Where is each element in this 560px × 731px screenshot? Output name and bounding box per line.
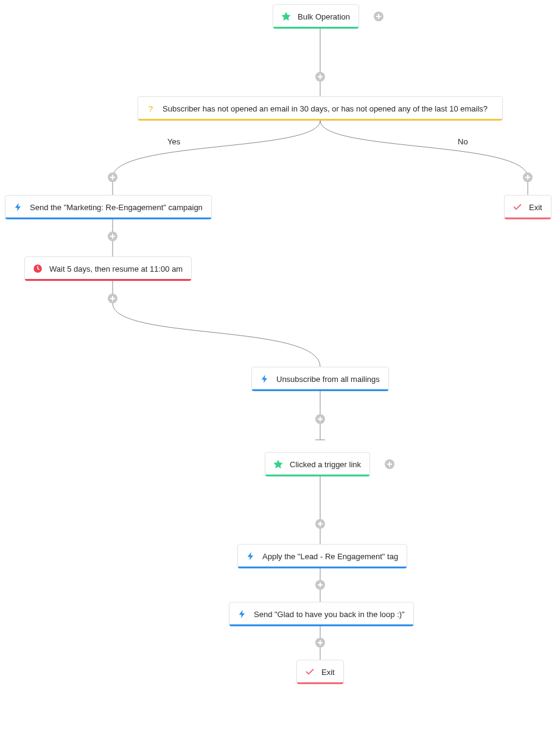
node-label: Exit — [529, 203, 542, 212]
lightning-icon — [259, 373, 270, 384]
node-unsubscribe[interactable]: Unsubscribe from all mailings — [251, 367, 389, 391]
node-label: Subscriber has not opened an email in 30… — [163, 104, 488, 113]
node-label: Send the "Marketing: Re-Engagement" camp… — [30, 203, 203, 212]
branch-label-yes: Yes — [167, 137, 180, 146]
star-icon — [281, 11, 292, 22]
add-step-button[interactable] — [315, 580, 325, 590]
node-label: Wait 5 days, then resume at 11:00 am — [49, 264, 183, 274]
node-label: Clicked a trigger link — [290, 460, 361, 469]
node-label: Unsubscribe from all mailings — [276, 375, 380, 384]
add-step-button[interactable] — [315, 519, 325, 529]
node-label: Send "Glad to have you back in the loop … — [254, 610, 405, 619]
clock-icon — [32, 263, 43, 274]
node-send-reengagement[interactable]: Send the "Marketing: Re-Engagement" camp… — [5, 195, 212, 219]
question-icon: ? — [145, 103, 156, 114]
lightning-icon — [245, 551, 256, 562]
add-step-button[interactable] — [108, 294, 117, 303]
add-step-button[interactable] — [315, 414, 325, 424]
node-exit-final[interactable]: Exit — [296, 660, 344, 684]
add-sibling-button[interactable] — [374, 12, 383, 21]
add-step-button[interactable] — [315, 638, 325, 648]
node-wait[interactable]: Wait 5 days, then resume at 11:00 am — [24, 256, 192, 281]
add-step-button[interactable] — [523, 172, 533, 182]
add-step-button[interactable] — [108, 231, 117, 241]
node-send-glad[interactable]: Send "Glad to have you back in the loop … — [229, 602, 414, 626]
svg-text:?: ? — [149, 104, 153, 113]
add-step-button[interactable] — [315, 72, 325, 82]
check-icon — [512, 202, 523, 213]
lightning-icon — [237, 609, 248, 620]
node-trigger-link[interactable]: Clicked a trigger link — [265, 452, 370, 476]
check-icon — [304, 666, 315, 677]
node-bulk-operation[interactable]: Bulk Operation — [273, 4, 359, 29]
node-apply-tag[interactable]: Apply the "Lead - Re Engagement" tag — [237, 544, 407, 568]
node-label: Exit — [321, 668, 335, 677]
node-label: Apply the "Lead - Re Engagement" tag — [262, 552, 398, 561]
node-condition[interactable]: ? Subscriber has not opened an email in … — [138, 96, 503, 121]
star-icon — [273, 459, 284, 470]
node-exit-no[interactable]: Exit — [504, 195, 551, 219]
add-step-button[interactable] — [108, 172, 117, 182]
node-label: Bulk Operation — [298, 12, 350, 21]
add-sibling-button[interactable] — [385, 459, 394, 469]
lightning-icon — [13, 202, 24, 213]
branch-label-no: No — [458, 137, 468, 146]
